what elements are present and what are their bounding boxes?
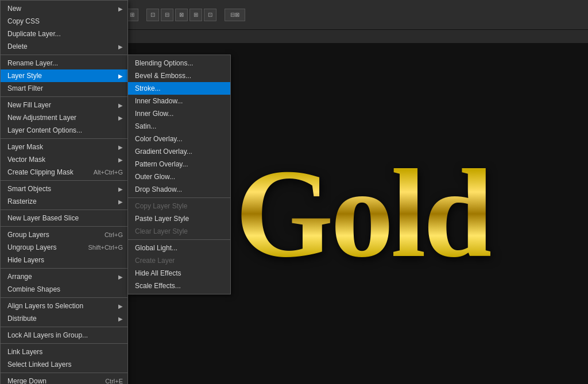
toolbar-icon-15[interactable]: ⊟⊠ <box>225 9 245 21</box>
submenu-item-inner-glow[interactable]: Inner Glow... <box>128 107 230 120</box>
menu-item-new-adjustment-layer-arrow: ▶ <box>118 115 123 121</box>
menu-item-link-layers-label: Link Layers <box>7 348 42 356</box>
submenu-item-clear-layer-style[interactable]: Clear Layer Style <box>128 225 230 238</box>
menu-item-link-layers[interactable]: Link Layers <box>1 346 127 358</box>
menu-item-vector-mask[interactable]: Vector Mask ▶ <box>1 153 127 166</box>
submenu-item-outer-glow-label: Outer Glow... <box>135 173 175 181</box>
menu-item-delete[interactable]: Delete ▶ <box>1 40 127 53</box>
submenu-item-global-light[interactable]: Global Light... <box>128 242 230 254</box>
submenu-item-satin[interactable]: Satin... <box>128 120 230 133</box>
submenu-item-bevel-emboss[interactable]: Bevel & Emboss... <box>128 69 230 82</box>
menu-item-distribute[interactable]: Distribute ▶ <box>1 312 127 325</box>
submenu-item-hide-all-effects[interactable]: Hide All Effects <box>128 267 230 280</box>
menu-item-smart-objects-arrow: ▶ <box>118 186 123 192</box>
menu-item-arrange-label: Arrange <box>7 273 32 281</box>
menu-item-ungroup-layers-label: Ungroup Layers <box>7 243 56 251</box>
menu-item-layer-mask[interactable]: Layer Mask ▶ <box>1 141 127 153</box>
menu-item-layer-style-arrow: ▶ <box>118 73 123 79</box>
menu-item-align-layers-arrow: ▶ <box>118 303 123 309</box>
submenu-item-copy-layer-style-label: Copy Layer Style <box>135 202 187 210</box>
menu-item-duplicate-layer[interactable]: Duplicate Layer... <box>1 28 127 40</box>
menu-item-merge-down[interactable]: Merge Down Ctrl+E <box>1 375 127 384</box>
menu-item-new-adjustment-layer[interactable]: New Adjustment Layer ▶ <box>1 111 127 124</box>
menu-item-lock-all-layers[interactable]: Lock All Layers in Group... <box>1 329 127 342</box>
menu-item-hide-layers[interactable]: Hide Layers <box>1 254 127 266</box>
submenu-item-drop-shadow-label: Drop Shadow... <box>135 185 182 193</box>
submenu-item-create-layer-label: Create Layer <box>135 257 175 265</box>
toolbar-icon-13[interactable]: ⊞ <box>189 9 202 21</box>
submenu-item-create-layer[interactable]: Create Layer <box>128 254 230 267</box>
menu-item-new-layer-based-slice[interactable]: New Layer Based Slice <box>1 212 127 224</box>
submenu-item-outer-glow[interactable]: Outer Glow... <box>128 170 230 183</box>
toolbar-icon-10[interactable]: ⊡ <box>146 9 159 21</box>
submenu-item-drop-shadow[interactable]: Drop Shadow... <box>128 183 230 196</box>
menu-item-arrange[interactable]: Arrange ▶ <box>1 270 127 283</box>
menu-item-rename-layer[interactable]: Rename Layer... <box>1 57 127 69</box>
menu-item-layer-content-options-label: Layer Content Options... <box>7 126 82 134</box>
submenu-item-stroke-label: Stroke... <box>135 84 161 92</box>
menu-item-select-linked-layers-label: Select Linked Layers <box>7 360 71 369</box>
separator-1 <box>1 55 127 55</box>
submenu-item-color-overlay-label: Color Overlay... <box>135 135 182 143</box>
separator-11 <box>1 373 127 373</box>
submenu-item-inner-shadow[interactable]: Inner Shadow... <box>128 95 230 107</box>
menu-item-combine-shapes-label: Combine Shapes <box>7 285 60 293</box>
submenu-item-color-overlay[interactable]: Color Overlay... <box>128 133 230 145</box>
menu-item-align-layers[interactable]: Align Layers to Selection ▶ <box>1 300 127 312</box>
separator-10 <box>1 343 127 344</box>
right-submenu: Blending Options... Bevel & Emboss... St… <box>127 55 231 294</box>
menu-item-group-layers[interactable]: Group Layers Ctrl+G <box>1 228 127 241</box>
menu-item-copy-css[interactable]: Copy CSS <box>1 15 127 28</box>
menu-item-new-fill-layer[interactable]: New Fill Layer ▶ <box>1 99 127 111</box>
menu-item-rasterize[interactable]: Rasterize ▶ <box>1 195 127 208</box>
submenu-separator-1 <box>128 197 230 198</box>
submenu-item-satin-label: Satin... <box>135 122 156 130</box>
separator-8 <box>1 297 127 298</box>
separator-3 <box>1 138 127 139</box>
submenu-item-pattern-overlay[interactable]: Pattern Overlay... <box>128 158 230 170</box>
submenu-item-hide-all-effects-label: Hide All Effects <box>135 269 181 277</box>
submenu-item-gradient-overlay[interactable]: Gradient Overlay... <box>128 145 230 158</box>
submenu-separator-2 <box>128 239 230 240</box>
menu-item-create-clipping-mask[interactable]: Create Clipping Mask Alt+Ctrl+G <box>1 166 127 179</box>
toolbar-icon-12[interactable]: ⊠ <box>175 9 188 21</box>
toolbar-icon-11[interactable]: ⊟ <box>161 9 173 21</box>
submenu-item-blending-options[interactable]: Blending Options... <box>128 57 230 69</box>
menu-item-layer-content-options[interactable]: Layer Content Options... <box>1 124 127 137</box>
toolbar-icon-14[interactable]: ⊡ <box>204 9 216 21</box>
menu-item-new[interactable]: New ▶ <box>1 2 127 15</box>
submenu-item-stroke[interactable]: Stroke... <box>128 82 230 95</box>
menu-item-new-fill-layer-label: New Fill Layer <box>7 101 51 109</box>
left-context-menu: New ▶ Copy CSS Duplicate Layer... Delete… <box>0 0 128 384</box>
menu-item-delete-arrow: ▶ <box>118 44 123 50</box>
menu-item-smart-filter[interactable]: Smart Filter <box>1 82 127 95</box>
menu-item-align-layers-label: Align Layers to Selection <box>7 302 83 310</box>
submenu-item-inner-shadow-label: Inner Shadow... <box>135 97 183 105</box>
menu-item-lock-all-layers-label: Lock All Layers in Group... <box>7 331 88 339</box>
menu-item-distribute-label: Distribute <box>7 315 37 323</box>
menu-item-smart-objects-label: Smart Objects <box>7 185 51 193</box>
menu-item-smart-objects[interactable]: Smart Objects ▶ <box>1 183 127 195</box>
menu-item-new-layer-based-slice-label: New Layer Based Slice <box>7 214 79 222</box>
menu-item-layer-style[interactable]: Layer Style ▶ <box>1 69 127 82</box>
separator-4 <box>1 180 127 181</box>
submenu-item-paste-layer-style[interactable]: Paste Layer Style <box>128 212 230 225</box>
menu-item-rasterize-label: Rasterize <box>7 197 37 205</box>
menu-item-hide-layers-label: Hide Layers <box>7 256 44 264</box>
submenu-item-scale-effects[interactable]: Scale Effects... <box>128 280 230 292</box>
submenu-item-clear-layer-style-label: Clear Layer Style <box>135 227 188 235</box>
submenu-item-inner-glow-label: Inner Glow... <box>135 110 173 118</box>
menu-item-combine-shapes[interactable]: Combine Shapes <box>1 283 127 296</box>
menu-item-select-linked-layers[interactable]: Select Linked Layers <box>1 358 127 371</box>
menu-item-ungroup-layers[interactable]: Ungroup Layers Shift+Ctrl+G <box>1 241 127 254</box>
submenu-item-pattern-overlay-label: Pattern Overlay... <box>135 160 188 168</box>
menu-item-rename-layer-label: Rename Layer... <box>7 59 58 67</box>
submenu-item-bevel-emboss-label: Bevel & Emboss... <box>135 72 191 80</box>
submenu-item-paste-layer-style-label: Paste Layer Style <box>135 215 189 223</box>
menu-item-new-arrow: ▶ <box>118 6 123 12</box>
menu-item-group-layers-label: Group Layers <box>7 231 49 239</box>
menu-item-vector-mask-arrow: ▶ <box>118 157 123 163</box>
submenu-item-copy-layer-style[interactable]: Copy Layer Style <box>128 200 230 212</box>
submenu-item-blending-options-label: Blending Options... <box>135 59 193 67</box>
separator-2 <box>1 96 127 97</box>
